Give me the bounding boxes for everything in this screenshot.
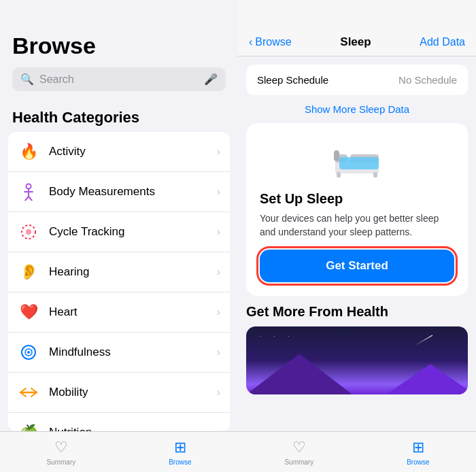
more-from-health-section: Get More From Health · · · [238, 304, 476, 394]
nutrition-label: Nutrition [49, 426, 217, 431]
back-chevron-icon: ‹ [249, 36, 252, 48]
right-tab-bar: ♡ Summary ⊞ Browse [238, 431, 476, 472]
summary-label: Summary [46, 458, 75, 466]
left-tab-bar: ♡ Summary ⊞ Browse [0, 431, 238, 472]
search-bar[interactable]: 🔍 Search 🎤 [12, 67, 226, 91]
heart-icon: ❤️ [18, 301, 39, 323]
category-item-hearing[interactable]: 👂 Hearing › [8, 252, 230, 292]
svg-point-6 [26, 229, 31, 235]
sleep-schedule-value: No Schedule [398, 74, 457, 86]
body-icon [18, 181, 39, 203]
right-header: ‹ Browse Sleep Add Data [238, 0, 476, 56]
nutrition-icon: 🍏 [18, 422, 39, 431]
chevron-icon: › [217, 386, 220, 399]
chevron-icon: › [217, 186, 220, 198]
svg-rect-17 [373, 172, 377, 178]
setup-description: Your devices can help you get better sle… [260, 212, 454, 239]
microphone-icon: 🎤 [204, 73, 218, 86]
mountain-right [364, 360, 468, 394]
sleep-schedule-label: Sleep Schedule [257, 74, 328, 86]
chevron-icon: › [217, 146, 220, 158]
categories-list: 🔥 Activity › Body Measurements › [8, 132, 230, 431]
get-started-button[interactable]: Get Started [260, 250, 454, 282]
tab-summary[interactable]: ♡ Summary [46, 439, 75, 466]
sleep-schedule-row[interactable]: Sleep Schedule No Schedule [246, 65, 468, 95]
category-item-body[interactable]: Body Measurements › [8, 172, 230, 212]
right-panel: ‹ Browse Sleep Add Data Sleep Schedule N… [238, 0, 476, 472]
chevron-icon: › [217, 226, 220, 238]
chevron-icon: › [217, 266, 220, 278]
cycle-icon [18, 221, 39, 243]
browse-tab-label: Browse [407, 458, 429, 466]
back-label: Browse [255, 36, 291, 48]
browse-label: Browse [169, 458, 191, 466]
setup-title: Set Up Sleep [260, 191, 343, 207]
summary-icon: ♡ [54, 439, 68, 456]
shooting-star [415, 335, 432, 346]
show-more-link[interactable]: Show More Sleep Data [238, 95, 476, 123]
left-panel: Browse 🔍 Search 🎤 Health Categories 🔥 Ac… [0, 0, 238, 472]
cycle-label: Cycle Tracking [49, 225, 217, 239]
setup-card: Set Up Sleep Your devices can help you g… [246, 123, 468, 296]
tab-browse[interactable]: ⊞ Browse [169, 439, 191, 466]
bed-illustration-wrap [260, 139, 454, 180]
svg-rect-18 [339, 157, 379, 169]
svg-line-3 [25, 197, 29, 201]
chevron-icon: › [217, 346, 220, 358]
search-placeholder: Search [39, 73, 199, 86]
search-icon: 🔍 [20, 73, 34, 86]
activity-label: Activity [49, 145, 217, 158]
chevron-icon: › [217, 426, 220, 431]
browse-title: Browse [12, 33, 226, 59]
stars-decoration: · · · [260, 333, 294, 339]
svg-rect-15 [334, 150, 339, 161]
svg-line-4 [29, 197, 32, 201]
left-header: Browse 🔍 Search 🎤 [0, 0, 238, 97]
mindfulness-label: Mindfulness [49, 345, 217, 359]
mindfulness-icon [18, 341, 39, 363]
category-item-mindfulness[interactable]: Mindfulness › [8, 333, 230, 373]
svg-point-9 [27, 351, 30, 354]
heart-label: Heart [49, 305, 217, 319]
mountain-left [246, 354, 379, 394]
browse-icon: ⊞ [174, 439, 186, 456]
browse-tab-icon: ⊞ [412, 439, 424, 456]
activity-icon: 🔥 [18, 141, 39, 163]
summary-tab-label: Summary [284, 458, 313, 466]
back-button[interactable]: ‹ Browse [249, 36, 292, 48]
summary-tab-icon: ♡ [292, 439, 306, 456]
hearing-label: Hearing [49, 265, 217, 279]
right-tab-browse[interactable]: ⊞ Browse [407, 439, 429, 466]
right-content: Sleep Schedule No Schedule Show More Sle… [238, 56, 476, 431]
mobility-label: Mobility [49, 386, 217, 399]
hearing-icon: 👂 [18, 261, 39, 283]
category-item-mobility[interactable]: Mobility › [8, 373, 230, 413]
category-item-nutrition[interactable]: 🍏 Nutrition › [8, 413, 230, 431]
more-title: Get More From Health [246, 304, 468, 320]
svg-point-0 [27, 184, 31, 189]
night-banner: · · · [246, 326, 468, 394]
health-categories-title: Health Categories [0, 97, 238, 132]
category-item-cycle[interactable]: Cycle Tracking › [8, 212, 230, 252]
mobility-icon [18, 382, 39, 403]
category-item-heart[interactable]: ❤️ Heart › [8, 292, 230, 333]
nav-title: Sleep [340, 35, 371, 49]
chevron-icon: › [217, 306, 220, 318]
svg-rect-16 [337, 172, 341, 178]
body-label: Body Measurements [49, 185, 217, 199]
right-tab-summary[interactable]: ♡ Summary [284, 439, 313, 466]
add-data-button[interactable]: Add Data [420, 36, 465, 48]
category-item-activity[interactable]: 🔥 Activity › [8, 132, 230, 172]
bed-illustration [330, 139, 384, 180]
